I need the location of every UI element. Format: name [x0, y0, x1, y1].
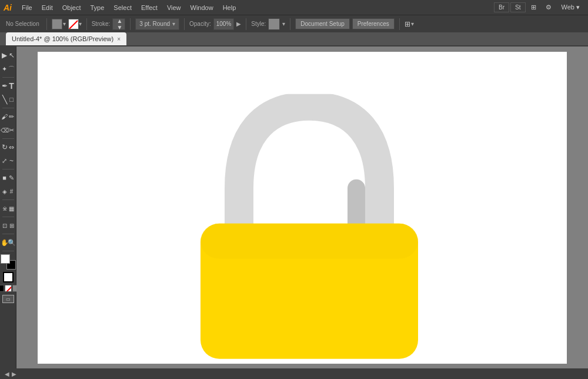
- bottom-bar: ◀ ▶: [0, 368, 588, 379]
- rotate-reflect-group: ↻ ⇔: [0, 141, 16, 154]
- black-swatch[interactable]: [0, 285, 4, 292]
- bridge-icon[interactable]: Br: [494, 2, 509, 12]
- lock-icon: [192, 94, 427, 364]
- style-text-label: Style:: [251, 21, 266, 27]
- web-label[interactable]: Web ▾: [557, 4, 584, 11]
- scroll-left-btn[interactable]: ◀: [5, 371, 9, 377]
- stroke-dropdown-arrow[interactable]: ▾: [79, 21, 82, 27]
- fill-color-group: ▾: [52, 19, 66, 29]
- slice-tool[interactable]: ⊞: [8, 219, 15, 232]
- document-tab[interactable]: Untitled-4* @ 100% (RGB/Preview) ×: [6, 32, 126, 45]
- scale-tool[interactable]: ⤢: [1, 154, 8, 167]
- stroke-text-label: Stroke:: [92, 21, 111, 27]
- fill-dropdown-arrow[interactable]: ▾: [63, 21, 66, 27]
- pt-round-label: 3 pt. Round: [139, 21, 170, 27]
- stock-icon[interactable]: St: [510, 2, 525, 12]
- menu-object[interactable]: Object: [58, 3, 85, 12]
- pen-tool[interactable]: ✒: [1, 79, 8, 92]
- eraser-group: ⌫ ✂: [0, 124, 16, 137]
- screen-mode: ▭: [2, 295, 14, 303]
- scissors-tool[interactable]: ✂: [8, 124, 15, 137]
- arrange-group: ⊞ ▾: [405, 20, 414, 28]
- stroke-color-group: ▾: [68, 19, 82, 29]
- gradient-eyedropper-group: ■ ✎: [0, 171, 16, 184]
- pt-round-dropdown[interactable]: 3 pt. Round ▾: [135, 18, 179, 30]
- blend-mesh-group: ◈ #: [0, 185, 16, 198]
- paintbrush-tool[interactable]: 🖌: [1, 110, 8, 123]
- graph-tool[interactable]: ▦: [8, 202, 15, 215]
- menu-select[interactable]: Select: [109, 3, 136, 12]
- color-swatch-group: [1, 254, 16, 270]
- wand-lasso-group: ✦ ⌒: [0, 62, 16, 75]
- none-swatch[interactable]: [5, 285, 12, 292]
- menu-file[interactable]: File: [18, 3, 36, 12]
- magic-wand-tool[interactable]: ✦: [1, 62, 8, 75]
- pencil-tool[interactable]: ✏: [8, 110, 15, 123]
- opacity-extra-arrow[interactable]: ▶: [236, 21, 241, 27]
- rotate-tool[interactable]: ↻: [1, 141, 8, 154]
- preferences-button[interactable]: Preferences: [352, 18, 395, 29]
- menu-effect[interactable]: Effect: [137, 3, 162, 12]
- stroke-value-input[interactable]: ▲▼: [112, 18, 125, 30]
- stroke-indicator[interactable]: [3, 272, 14, 282]
- gradient-tool[interactable]: ■: [1, 171, 8, 184]
- pen-type-group: ✒ T: [0, 79, 16, 92]
- sync-icon[interactable]: ⚙: [542, 2, 556, 12]
- tab-bar: Untitled-4* @ 100% (RGB/Preview) ×: [0, 32, 588, 46]
- zoom-tool[interactable]: 🔍: [8, 236, 15, 249]
- menu-help[interactable]: Help: [219, 3, 240, 12]
- hand-tool[interactable]: ✋: [1, 236, 8, 249]
- menu-bar: Ai File Edit Object Type Select Effect V…: [0, 0, 588, 15]
- style-swatch[interactable]: [268, 18, 280, 30]
- scale-warp-group: ⤢ ~: [0, 154, 16, 167]
- opacity-value: 100%: [216, 21, 232, 27]
- menu-edit[interactable]: Edit: [38, 3, 57, 12]
- selection-label: No Selection: [4, 21, 42, 27]
- reflect-tool[interactable]: ⇔: [8, 141, 15, 154]
- paint-pencil-group: 🖌 ✏: [0, 110, 16, 123]
- document-setup-button[interactable]: Document Setup: [295, 18, 350, 29]
- selection-tool[interactable]: ▶: [1, 49, 8, 62]
- selection-tools-group: ▶ ↖: [0, 49, 16, 62]
- screen-mode-button[interactable]: ▭: [2, 295, 14, 303]
- main-toolbar: No Selection ▾ ▾ Stroke: ▲▼ 3 pt. Round …: [0, 15, 588, 32]
- arrange-icon[interactable]: ⊞: [405, 20, 410, 28]
- main-area: ▶ ↖ ✦ ⌒ ✒ T ╲ □ 🖌 ✏ ⌫ ✂ ↻ ⇔ ⤢: [0, 46, 588, 368]
- grid-icon[interactable]: ⊞: [527, 2, 540, 12]
- symbol-tool[interactable]: ※: [1, 202, 8, 215]
- opacity-input[interactable]: 100%: [213, 18, 235, 30]
- eraser-tool[interactable]: ⌫: [1, 124, 8, 137]
- menu-window[interactable]: Window: [186, 3, 218, 12]
- fill-color-swatch[interactable]: [52, 19, 62, 29]
- arrange-dropdown-arrow[interactable]: ▾: [411, 21, 414, 27]
- shape-tool[interactable]: □: [8, 93, 15, 106]
- type-tool[interactable]: T: [8, 79, 15, 92]
- style-dropdown-arrow[interactable]: ▾: [282, 21, 285, 27]
- tab-close-button[interactable]: ×: [117, 36, 121, 42]
- warp-tool[interactable]: ~: [8, 154, 15, 167]
- mesh-tool[interactable]: #: [8, 185, 15, 198]
- canvas[interactable]: [38, 52, 567, 364]
- hand-zoom-group: ✋ 🔍: [0, 236, 16, 249]
- foreground-color-swatch[interactable]: [1, 254, 10, 264]
- app-logo: Ai: [4, 3, 12, 12]
- tab-title: Untitled-4* @ 100% (RGB/Preview): [12, 35, 113, 42]
- menu-type[interactable]: Type: [86, 3, 109, 12]
- line-tool[interactable]: ╲: [1, 93, 8, 106]
- menu-view[interactable]: View: [163, 3, 185, 12]
- left-toolbar: ▶ ↖ ✦ ⌒ ✒ T ╲ □ 🖌 ✏ ⌫ ✂ ↻ ⇔ ⤢: [0, 46, 16, 368]
- symbol-graph-group: ※ ▦: [0, 202, 16, 215]
- lasso-tool[interactable]: ⌒: [8, 62, 15, 75]
- direct-selection-tool[interactable]: ↖: [8, 49, 15, 62]
- stroke-color-swatch[interactable]: [68, 19, 79, 29]
- scroll-right-btn[interactable]: ▶: [12, 371, 16, 377]
- line-shape-group: ╲ □: [0, 93, 16, 106]
- artboard-slice-group: ⊡ ⊞: [0, 219, 16, 232]
- canvas-area: [16, 46, 588, 368]
- svg-rect-1: [201, 223, 418, 258]
- eyedropper-tool[interactable]: ✎: [8, 171, 15, 184]
- opacity-text-label: Opacity:: [189, 21, 211, 27]
- artboard-tool[interactable]: ⊡: [1, 219, 8, 232]
- blend-tool[interactable]: ◈: [1, 185, 8, 198]
